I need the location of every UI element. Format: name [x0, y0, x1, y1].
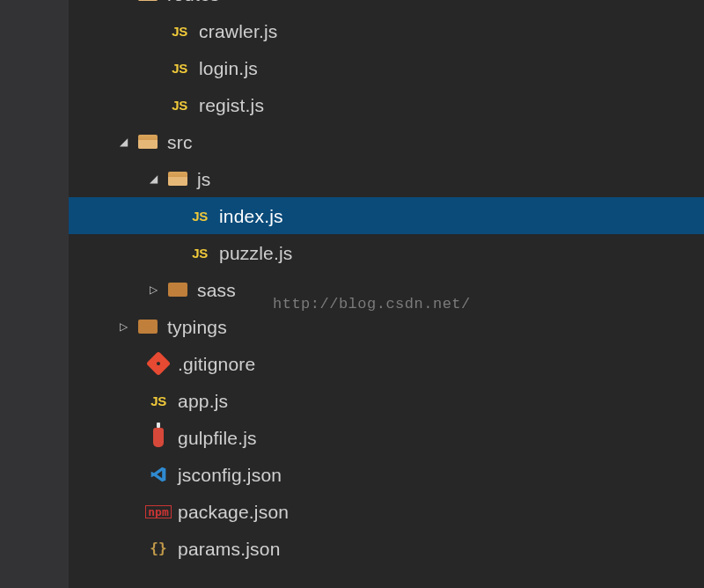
- folder-label: sass: [197, 281, 236, 299]
- folder-src-js[interactable]: ◢ js: [69, 160, 704, 197]
- js-icon: JS: [146, 394, 171, 408]
- vscode-icon: [146, 466, 171, 483]
- file-gulpfile-js[interactable]: gulpfile.js: [69, 419, 704, 456]
- file-index-js[interactable]: JS index.js: [69, 197, 704, 234]
- folder-src[interactable]: ◢ src: [69, 123, 704, 160]
- file-gitignore[interactable]: .gitignore: [69, 345, 704, 382]
- file-label: index.js: [219, 207, 283, 225]
- gulp-icon: [146, 428, 171, 447]
- folder-icon: [165, 283, 190, 297]
- js-icon: JS: [167, 25, 192, 38]
- folder-icon: [136, 320, 160, 334]
- file-regist-js[interactable]: JS regist.js: [69, 86, 704, 123]
- folder-label: routes: [167, 0, 220, 4]
- chevron-right-icon: ▷: [146, 284, 160, 295]
- file-puzzle-js[interactable]: JS puzzle.js: [69, 234, 704, 271]
- file-label: app.js: [178, 392, 228, 410]
- folder-label: js: [197, 170, 211, 188]
- file-label: regist.js: [199, 96, 264, 114]
- file-label: login.js: [199, 59, 258, 77]
- js-icon: JS: [167, 99, 192, 112]
- folder-label: typings: [167, 318, 227, 336]
- file-label: package.json: [178, 503, 289, 521]
- folder-open-icon: [165, 172, 190, 186]
- file-label: .gitignore: [178, 355, 255, 373]
- file-jsconfig-json[interactable]: jsconfig.json: [69, 456, 704, 493]
- activity-bar[interactable]: [0, 0, 69, 588]
- npm-icon: npm: [146, 505, 171, 518]
- chevron-down-icon: ◢: [146, 173, 160, 184]
- folder-open-icon: [136, 135, 160, 149]
- file-package-json[interactable]: npm package.json: [69, 493, 704, 530]
- json-icon: {}: [146, 541, 171, 555]
- folder-open-icon: [136, 0, 160, 1]
- folder-label: src: [167, 133, 193, 151]
- file-label: params.json: [178, 540, 281, 558]
- js-icon: JS: [187, 246, 212, 260]
- chevron-right-icon: ▷: [116, 321, 130, 332]
- js-icon: JS: [167, 62, 192, 75]
- file-crawler-js[interactable]: JS crawler.js: [69, 12, 704, 49]
- js-icon: JS: [187, 209, 212, 223]
- file-login-js[interactable]: JS login.js: [69, 49, 704, 86]
- file-explorer: ◢ routes JS crawler.js JS login.js JS re…: [69, 0, 704, 588]
- chevron-down-icon: ◢: [116, 136, 130, 147]
- file-label: gulpfile.js: [178, 429, 257, 447]
- git-icon: [146, 355, 171, 372]
- file-params-json[interactable]: {} params.json: [69, 530, 704, 567]
- file-label: crawler.js: [199, 22, 278, 40]
- file-label: jsconfig.json: [178, 466, 282, 484]
- file-label: puzzle.js: [219, 244, 293, 262]
- folder-typings[interactable]: ▷ typings: [69, 308, 704, 345]
- folder-src-sass[interactable]: ▷ sass: [69, 271, 704, 308]
- file-app-js[interactable]: JS app.js: [69, 382, 704, 419]
- folder-routes[interactable]: ◢ routes: [69, 0, 704, 12]
